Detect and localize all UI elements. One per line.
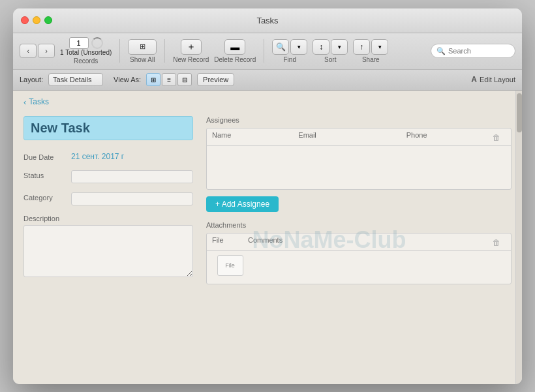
show-all-button[interactable]: ⊞ Show All — [128, 39, 157, 63]
attachments-label: Attachments — [206, 221, 512, 229]
attach-header-row: File Comments 🗑 — [207, 234, 511, 251]
minimize-button[interactable] — [33, 16, 40, 24]
table-row-3 — [207, 175, 511, 189]
sort-icon-container: ↕ ▾ — [313, 39, 348, 55]
view-as-label: View As: — [114, 76, 141, 83]
table-header-row: Name Email Phone 🗑 — [207, 128, 511, 146]
share-button[interactable]: ↑ ▾ Share — [353, 39, 388, 63]
find-dropdown-icon[interactable]: ▾ — [290, 39, 307, 55]
new-record-label: New Record — [173, 56, 209, 63]
phone-cell[interactable] — [399, 149, 493, 158]
category-label: Category — [23, 192, 66, 202]
file-label: File — [225, 262, 235, 269]
new-record-button[interactable]: ＋ New Record — [173, 39, 209, 63]
search-input[interactable] — [448, 47, 510, 55]
assignees-label: Assignees — [206, 116, 512, 124]
layout-bar: Layout: Task Details View As: ⊞ ≡ ⊟ Prev… — [13, 70, 522, 91]
back-arrow-icon: ‹ — [23, 97, 26, 107]
font-size-icon: A — [471, 75, 477, 84]
add-assignee-button[interactable]: + Add Assignee — [206, 196, 279, 212]
email-header: Email — [298, 131, 406, 143]
due-date-value[interactable]: 21 сент. 2017 г — [71, 152, 193, 161]
scrollbar-thumb[interactable] — [517, 93, 522, 132]
status-input[interactable] — [71, 170, 193, 183]
assignees-table: Name Email Phone 🗑 — [206, 128, 512, 190]
records-nav — [69, 37, 103, 49]
view-table-button[interactable]: ⊟ — [177, 73, 192, 86]
total-badge: 1 Total (Unsorted) — [60, 49, 112, 56]
delete-record-icon: ▬ — [224, 39, 245, 55]
share-dropdown-icon[interactable]: ▾ — [371, 39, 388, 55]
edit-layout-button[interactable]: Edit Layout — [480, 76, 515, 83]
spinner-icon — [91, 37, 103, 49]
category-input[interactable] — [71, 192, 193, 205]
find-label: Find — [284, 56, 296, 63]
description-label: Description — [23, 215, 193, 222]
separator-2 — [164, 39, 165, 63]
sort-button[interactable]: ↕ ▾ Sort — [313, 39, 348, 63]
attachments-table: File Comments 🗑 File — [206, 233, 512, 284]
delete-header-icon: 🗑 — [493, 133, 500, 142]
separator-1 — [119, 39, 120, 63]
back-link[interactable]: ‹ Tasks — [23, 97, 512, 107]
comments-header: Comments — [248, 236, 493, 248]
due-date-row: Due Date 21 сент. 2017 г — [23, 152, 193, 161]
app-window: Tasks ‹ › 1 Total (Unsorted) Records ⊞ S… — [13, 8, 522, 384]
delete-col-header: 🗑 — [493, 131, 506, 143]
separator-3 — [264, 39, 264, 63]
sort-dropdown-icon[interactable]: ▾ — [331, 39, 348, 55]
close-button[interactable] — [21, 16, 29, 24]
email-cell[interactable] — [305, 149, 399, 158]
find-icon-container: 🔍 ▾ — [272, 39, 307, 55]
sort-icon: ↕ — [313, 39, 329, 55]
table-row — [207, 146, 511, 160]
file-header: File — [212, 236, 248, 248]
attach-row: File — [207, 251, 511, 284]
content-area: NoNaMe-Club ‹ Tasks New Task Due Date 21… — [13, 91, 522, 384]
row-delete — [493, 149, 506, 158]
layout-prefix: Layout: — [20, 76, 43, 83]
status-row: Status — [23, 170, 193, 183]
traffic-lights — [21, 16, 52, 24]
form-layout: New Task Due Date 21 сент. 2017 г Status… — [23, 116, 512, 284]
name-header: Name — [212, 131, 298, 143]
left-panel: New Task Due Date 21 сент. 2017 г Status… — [23, 116, 193, 284]
forward-nav-button[interactable]: › — [38, 44, 55, 58]
preview-button[interactable]: Preview — [197, 73, 234, 86]
phone-header: Phone — [406, 131, 493, 143]
nav-buttons: ‹ › — [20, 44, 55, 58]
share-label: Share — [362, 56, 380, 63]
edit-layout-container: A Edit Layout — [471, 75, 515, 84]
category-row: Category — [23, 192, 193, 205]
back-nav-button[interactable]: ‹ — [20, 44, 37, 58]
delete-record-button[interactable]: ▬ Delete Record — [214, 39, 256, 63]
show-all-label: Show All — [130, 56, 155, 63]
record-number-input[interactable] — [69, 37, 89, 49]
due-date-label: Due Date — [23, 152, 66, 161]
toolbar: ‹ › 1 Total (Unsorted) Records ⊞ Show Al… — [13, 33, 522, 70]
search-box: 🔍 — [431, 44, 515, 58]
scrollbar[interactable] — [515, 91, 522, 384]
view-list-button[interactable]: ≡ — [162, 73, 176, 86]
view-form-button[interactable]: ⊞ — [146, 73, 160, 86]
find-button[interactable]: 🔍 ▾ Find — [272, 39, 307, 63]
new-record-icon: ＋ — [181, 39, 202, 55]
back-link-text: Tasks — [29, 97, 49, 106]
find-icon: 🔍 — [272, 39, 289, 55]
search-icon: 🔍 — [436, 47, 446, 55]
share-icon-container: ↑ ▾ — [353, 39, 388, 55]
records-group: 1 Total (Unsorted) Records — [60, 37, 112, 65]
attachments-section: Attachments File Comments 🗑 — [206, 221, 512, 284]
attach-del-header: 🗑 — [493, 236, 506, 248]
file-icon[interactable]: File — [217, 255, 243, 276]
layout-select[interactable]: Task Details — [48, 73, 103, 86]
status-label: Status — [23, 170, 66, 179]
name-cell[interactable] — [212, 149, 305, 158]
window-title: Tasks — [256, 16, 278, 25]
description-section: Description — [23, 215, 193, 280]
description-input[interactable] — [23, 225, 193, 277]
records-label: Records — [74, 57, 98, 65]
maximize-button[interactable] — [44, 16, 52, 24]
task-name-field[interactable]: New Task — [23, 116, 193, 140]
show-all-icon: ⊞ — [128, 39, 157, 55]
